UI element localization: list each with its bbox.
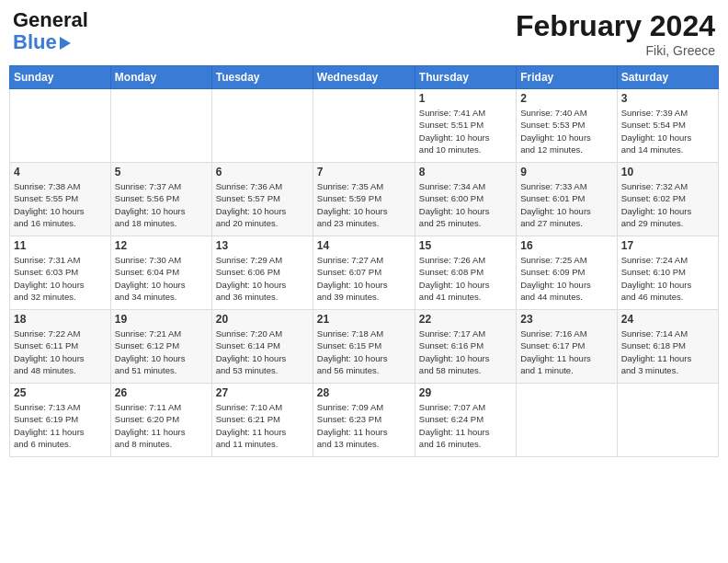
calendar-cell: 24Sunrise: 7:14 AM Sunset: 6:18 PM Dayli… bbox=[617, 310, 718, 384]
calendar-cell: 4Sunrise: 7:38 AM Sunset: 5:55 PM Daylig… bbox=[10, 163, 111, 236]
calendar-cell bbox=[517, 384, 617, 457]
weekday-header-monday: Monday bbox=[110, 66, 211, 89]
day-info: Sunrise: 7:34 AM Sunset: 6:00 PM Dayligh… bbox=[419, 180, 512, 229]
day-info: Sunrise: 7:31 AM Sunset: 6:03 PM Dayligh… bbox=[14, 254, 107, 303]
calendar-week-row: 1Sunrise: 7:41 AM Sunset: 5:51 PM Daylig… bbox=[10, 89, 719, 163]
day-number: 7 bbox=[317, 166, 411, 178]
calendar-week-row: 25Sunrise: 7:13 AM Sunset: 6:19 PM Dayli… bbox=[10, 384, 719, 457]
calendar-cell bbox=[10, 89, 111, 163]
day-number: 18 bbox=[14, 313, 107, 326]
day-number: 5 bbox=[115, 166, 208, 178]
day-info: Sunrise: 7:16 AM Sunset: 6:17 PM Dayligh… bbox=[520, 327, 612, 376]
day-info: Sunrise: 7:11 AM Sunset: 6:20 PM Dayligh… bbox=[115, 401, 208, 450]
calendar-cell: 28Sunrise: 7:09 AM Sunset: 6:23 PM Dayli… bbox=[313, 384, 415, 457]
calendar-cell: 3Sunrise: 7:39 AM Sunset: 5:54 PM Daylig… bbox=[617, 89, 718, 163]
day-info: Sunrise: 7:29 AM Sunset: 6:06 PM Dayligh… bbox=[216, 254, 309, 303]
day-number: 9 bbox=[520, 166, 612, 178]
day-number: 20 bbox=[216, 313, 309, 326]
weekday-header-wednesday: Wednesday bbox=[313, 66, 415, 89]
calendar-table: SundayMondayTuesdayWednesdayThursdayFrid… bbox=[9, 65, 719, 457]
day-info: Sunrise: 7:22 AM Sunset: 6:11 PM Dayligh… bbox=[14, 327, 107, 376]
calendar-cell: 2Sunrise: 7:40 AM Sunset: 5:53 PM Daylig… bbox=[517, 89, 617, 163]
calendar-cell: 8Sunrise: 7:34 AM Sunset: 6:00 PM Daylig… bbox=[415, 163, 516, 236]
day-number: 25 bbox=[14, 386, 107, 399]
day-number: 17 bbox=[621, 239, 714, 252]
day-number: 6 bbox=[216, 166, 309, 178]
day-info: Sunrise: 7:40 AM Sunset: 5:53 PM Dayligh… bbox=[520, 107, 612, 155]
location: Fiki, Greece bbox=[516, 43, 715, 58]
day-info: Sunrise: 7:32 AM Sunset: 6:02 PM Dayligh… bbox=[621, 180, 714, 229]
day-number: 4 bbox=[14, 166, 107, 178]
calendar-cell: 27Sunrise: 7:10 AM Sunset: 6:21 PM Dayli… bbox=[211, 384, 313, 457]
weekday-header-sunday: Sunday bbox=[10, 66, 111, 89]
day-number: 28 bbox=[317, 386, 411, 399]
calendar-cell bbox=[110, 89, 211, 163]
day-info: Sunrise: 7:37 AM Sunset: 5:56 PM Dayligh… bbox=[115, 180, 208, 229]
page-header: General Blue February 2024 Fiki, Greece bbox=[9, 9, 719, 58]
calendar-cell: 29Sunrise: 7:07 AM Sunset: 6:24 PM Dayli… bbox=[415, 384, 516, 457]
day-info: Sunrise: 7:35 AM Sunset: 5:59 PM Dayligh… bbox=[317, 180, 411, 229]
calendar-cell: 15Sunrise: 7:26 AM Sunset: 6:08 PM Dayli… bbox=[415, 236, 516, 310]
day-info: Sunrise: 7:41 AM Sunset: 5:51 PM Dayligh… bbox=[419, 107, 512, 155]
day-number: 2 bbox=[520, 92, 612, 105]
weekday-header-tuesday: Tuesday bbox=[211, 66, 313, 89]
day-number: 8 bbox=[419, 166, 512, 178]
weekday-header-friday: Friday bbox=[517, 66, 617, 89]
day-info: Sunrise: 7:13 AM Sunset: 6:19 PM Dayligh… bbox=[14, 401, 107, 450]
day-info: Sunrise: 7:25 AM Sunset: 6:09 PM Dayligh… bbox=[520, 254, 612, 303]
calendar-cell: 14Sunrise: 7:27 AM Sunset: 6:07 PM Dayli… bbox=[313, 236, 415, 310]
day-number: 1 bbox=[419, 92, 512, 105]
day-info: Sunrise: 7:39 AM Sunset: 5:54 PM Dayligh… bbox=[621, 107, 714, 155]
day-info: Sunrise: 7:21 AM Sunset: 6:12 PM Dayligh… bbox=[115, 327, 208, 376]
day-number: 16 bbox=[520, 239, 612, 252]
calendar-cell bbox=[313, 89, 415, 163]
calendar-cell: 7Sunrise: 7:35 AM Sunset: 5:59 PM Daylig… bbox=[313, 163, 415, 236]
weekday-header-saturday: Saturday bbox=[617, 66, 718, 89]
day-number: 26 bbox=[115, 386, 208, 399]
calendar-cell: 25Sunrise: 7:13 AM Sunset: 6:19 PM Dayli… bbox=[10, 384, 111, 457]
day-number: 24 bbox=[621, 313, 714, 326]
day-info: Sunrise: 7:33 AM Sunset: 6:01 PM Dayligh… bbox=[520, 180, 612, 229]
calendar-cell: 9Sunrise: 7:33 AM Sunset: 6:01 PM Daylig… bbox=[517, 163, 617, 236]
calendar-cell: 1Sunrise: 7:41 AM Sunset: 5:51 PM Daylig… bbox=[415, 89, 516, 163]
day-number: 10 bbox=[621, 166, 714, 178]
calendar-cell: 21Sunrise: 7:18 AM Sunset: 6:15 PM Dayli… bbox=[313, 310, 415, 384]
calendar-cell: 13Sunrise: 7:29 AM Sunset: 6:06 PM Dayli… bbox=[211, 236, 313, 310]
day-info: Sunrise: 7:26 AM Sunset: 6:08 PM Dayligh… bbox=[419, 254, 512, 303]
day-info: Sunrise: 7:10 AM Sunset: 6:21 PM Dayligh… bbox=[216, 401, 309, 450]
calendar-week-row: 4Sunrise: 7:38 AM Sunset: 5:55 PM Daylig… bbox=[10, 163, 719, 236]
calendar-cell bbox=[211, 89, 313, 163]
day-info: Sunrise: 7:07 AM Sunset: 6:24 PM Dayligh… bbox=[419, 401, 512, 450]
weekday-header-thursday: Thursday bbox=[415, 66, 516, 89]
day-number: 3 bbox=[621, 92, 714, 105]
day-info: Sunrise: 7:14 AM Sunset: 6:18 PM Dayligh… bbox=[621, 327, 714, 376]
calendar-cell: 6Sunrise: 7:36 AM Sunset: 5:57 PM Daylig… bbox=[211, 163, 313, 236]
calendar-cell: 20Sunrise: 7:20 AM Sunset: 6:14 PM Dayli… bbox=[211, 310, 313, 384]
calendar-cell: 11Sunrise: 7:31 AM Sunset: 6:03 PM Dayli… bbox=[10, 236, 111, 310]
day-number: 14 bbox=[317, 239, 411, 252]
day-number: 21 bbox=[317, 313, 411, 326]
day-number: 22 bbox=[419, 313, 512, 326]
day-info: Sunrise: 7:36 AM Sunset: 5:57 PM Dayligh… bbox=[216, 180, 309, 229]
day-info: Sunrise: 7:30 AM Sunset: 6:04 PM Dayligh… bbox=[115, 254, 208, 303]
day-info: Sunrise: 7:24 AM Sunset: 6:10 PM Dayligh… bbox=[621, 254, 714, 303]
calendar-cell: 10Sunrise: 7:32 AM Sunset: 6:02 PM Dayli… bbox=[617, 163, 718, 236]
calendar-cell: 18Sunrise: 7:22 AM Sunset: 6:11 PM Dayli… bbox=[10, 310, 111, 384]
calendar-cell: 19Sunrise: 7:21 AM Sunset: 6:12 PM Dayli… bbox=[110, 310, 211, 384]
calendar-cell: 23Sunrise: 7:16 AM Sunset: 6:17 PM Dayli… bbox=[517, 310, 617, 384]
calendar-cell: 17Sunrise: 7:24 AM Sunset: 6:10 PM Dayli… bbox=[617, 236, 718, 310]
title-block: February 2024 Fiki, Greece bbox=[516, 9, 715, 58]
day-info: Sunrise: 7:17 AM Sunset: 6:16 PM Dayligh… bbox=[419, 327, 512, 376]
day-info: Sunrise: 7:20 AM Sunset: 6:14 PM Dayligh… bbox=[216, 327, 309, 376]
day-number: 27 bbox=[216, 386, 309, 399]
day-info: Sunrise: 7:09 AM Sunset: 6:23 PM Dayligh… bbox=[317, 401, 411, 450]
day-number: 13 bbox=[216, 239, 309, 252]
calendar-cell: 12Sunrise: 7:30 AM Sunset: 6:04 PM Dayli… bbox=[110, 236, 211, 310]
day-info: Sunrise: 7:27 AM Sunset: 6:07 PM Dayligh… bbox=[317, 254, 411, 303]
calendar-cell: 16Sunrise: 7:25 AM Sunset: 6:09 PM Dayli… bbox=[517, 236, 617, 310]
day-number: 29 bbox=[419, 386, 512, 399]
calendar-cell: 5Sunrise: 7:37 AM Sunset: 5:56 PM Daylig… bbox=[110, 163, 211, 236]
calendar-cell bbox=[617, 384, 718, 457]
calendar-cell: 22Sunrise: 7:17 AM Sunset: 6:16 PM Dayli… bbox=[415, 310, 516, 384]
day-number: 12 bbox=[115, 239, 208, 252]
